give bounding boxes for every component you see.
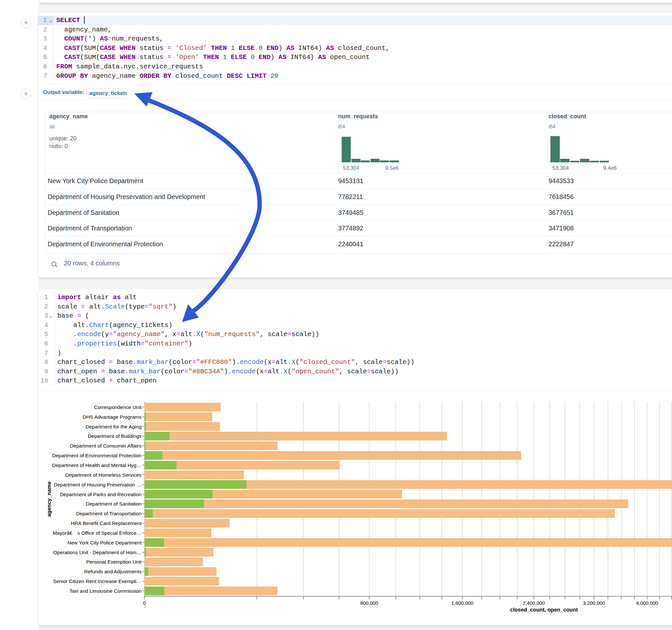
svg-text:Department of Parks and Recrea: Department of Parks and Recreation (60, 492, 142, 497)
svg-text:Mayorâ€ s Office of Special En: Mayorâ€ s Office of Special Enforce… (53, 530, 142, 536)
svg-text:Senior Citizen Rent Increase E: Senior Citizen Rent Increase Exempti… (53, 579, 141, 584)
svg-text:800,000: 800,000 (360, 600, 378, 606)
svg-text:Department of Transportation: Department of Transportation (76, 511, 142, 516)
svg-text:1,600,000: 1,600,000 (451, 600, 473, 606)
svg-text:Personal Exemption Unit: Personal Exemption Unit (86, 559, 142, 564)
svg-text:4,000,000: 4,000,000 (636, 600, 658, 606)
svg-text:Department of Consumer Affairs: Department of Consumer Affairs (70, 443, 141, 449)
svg-text:Correspondence Unit: Correspondence Unit (94, 405, 142, 410)
svg-text:2,400,000: 2,400,000 (523, 600, 545, 606)
svg-text:Refunds and Adjustments: Refunds and Adjustments (84, 569, 142, 574)
svg-text:0: 0 (143, 600, 146, 606)
svg-text:Department of Homeless Service: Department of Homeless Services (65, 472, 141, 478)
svg-text:3,200,000: 3,200,000 (583, 600, 605, 606)
svg-text:closed_count, open_count: closed_count, open_count (510, 607, 578, 612)
svg-text:Taxi and Limousine Commission: Taxi and Limousine Commission (69, 588, 141, 594)
svg-text:New York City Police Departmen: New York City Police Department (67, 540, 142, 546)
svg-text:Operations Unit - Department o: Operations Unit - Department of Hom… (53, 550, 141, 555)
svg-text:Department of Health and Menta: Department of Health and Mental Hyg… (52, 462, 142, 468)
svg-text:agency_name: agency_name (46, 481, 52, 516)
svg-text:Department of Sanitation: Department of Sanitation (86, 501, 141, 507)
svg-text:DHS Advantage Programs: DHS Advantage Programs (83, 414, 142, 420)
svg-text:Department of Buildings: Department of Buildings (88, 433, 142, 439)
svg-text:HRA Benefit Card Replacement: HRA Benefit Card Replacement (71, 520, 142, 526)
svg-text:Department for the Aging: Department for the Aging (86, 424, 141, 429)
svg-text:Department of Housing Preserva: Department of Housing Preservation … (54, 482, 142, 487)
svg-text:Department of Environmental Pr: Department of Environmental Protection (52, 453, 142, 458)
